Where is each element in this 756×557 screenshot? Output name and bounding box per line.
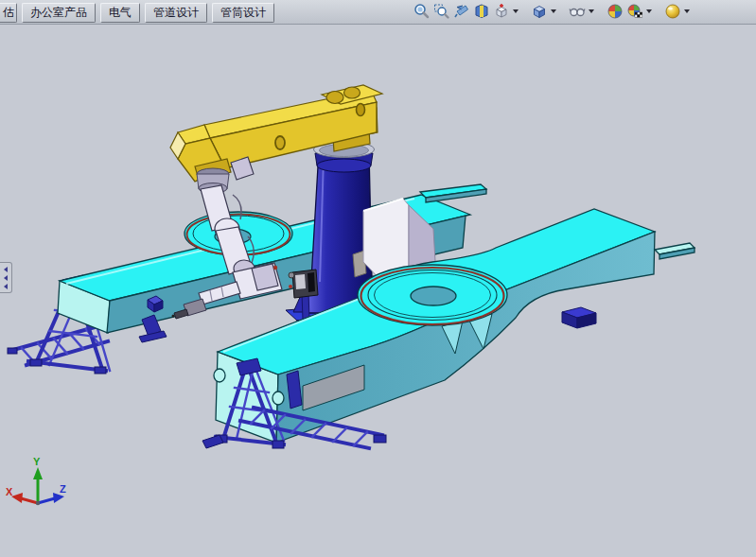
heads-up-view-toolbar bbox=[413, 2, 693, 20]
tab-tubing-design[interactable]: 管筒设计 bbox=[212, 3, 274, 23]
apply-scene-icon[interactable] bbox=[625, 2, 643, 20]
previous-view-icon[interactable] bbox=[452, 2, 470, 20]
display-style-icon[interactable] bbox=[530, 2, 548, 20]
front-slewing-ring[interactable] bbox=[358, 265, 507, 325]
zoom-to-area-icon[interactable] bbox=[432, 2, 450, 20]
view-settings-dropdown[interactable] bbox=[684, 9, 690, 13]
display-style-dropdown[interactable] bbox=[551, 9, 556, 13]
tab-electrical[interactable]: 电气 bbox=[100, 3, 140, 23]
hide-show-items-icon[interactable] bbox=[568, 2, 586, 20]
apply-scene-dropdown[interactable] bbox=[646, 9, 652, 13]
hide-show-items-dropdown[interactable] bbox=[589, 9, 594, 13]
edit-appearance-icon[interactable] bbox=[606, 2, 624, 20]
splitter-arrow-icon bbox=[4, 284, 8, 289]
tab-office-products[interactable]: 办公室产品 bbox=[22, 3, 96, 23]
view-orientation-icon[interactable] bbox=[492, 2, 510, 20]
triad-z-label: Z bbox=[60, 483, 66, 495]
triad-y-label: Y bbox=[33, 456, 41, 467]
splitter-arrow-icon bbox=[4, 275, 8, 281]
feature-pane-splitter[interactable] bbox=[0, 262, 12, 293]
zoom-to-fit-icon[interactable] bbox=[413, 2, 431, 20]
tab-partial[interactable]: 估 bbox=[0, 3, 17, 23]
splitter-arrow-icon bbox=[4, 267, 8, 272]
section-view-icon[interactable] bbox=[472, 2, 490, 20]
command-tabs: 估 办公室产品 电气 管道设计 管筒设计 bbox=[0, 3, 274, 23]
tab-piping-design[interactable]: 管道设计 bbox=[145, 3, 207, 23]
graphics-viewport[interactable]: X Y Z bbox=[0, 0, 756, 557]
triad-x-label: X bbox=[6, 486, 13, 497]
view-orientation-dropdown[interactable] bbox=[513, 9, 519, 13]
view-settings-icon[interactable] bbox=[663, 2, 681, 20]
